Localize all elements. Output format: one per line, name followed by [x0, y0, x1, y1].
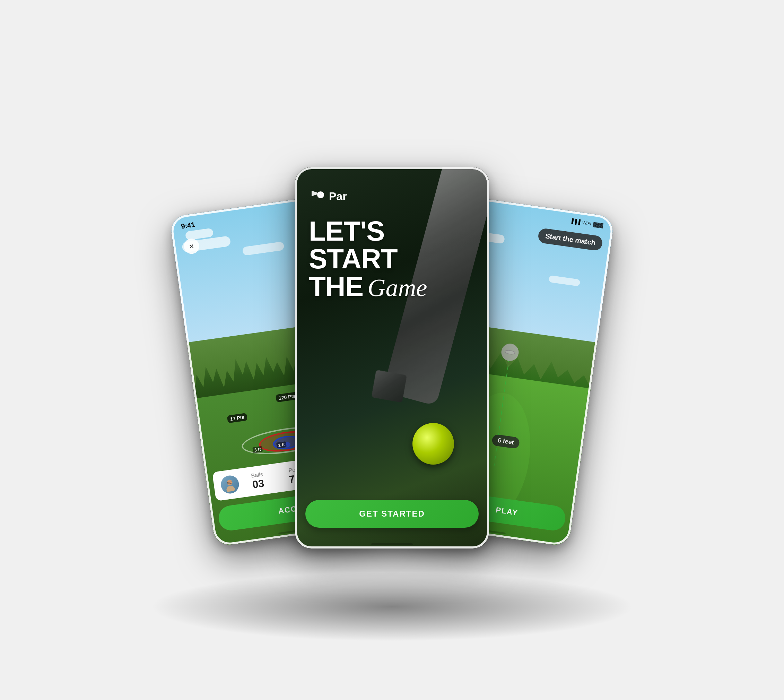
svg-point-5 — [226, 485, 235, 492]
balls-value: 03 — [251, 477, 265, 490]
stat-balls: Balls 03 — [251, 471, 265, 490]
get-started-label: GET STARTED — [359, 509, 425, 519]
avatar — [220, 474, 240, 495]
center-home-indicator — [371, 543, 413, 545]
headline-start: START — [309, 245, 475, 273]
svg-point-11 — [319, 194, 320, 195]
play-label: PLAY — [495, 505, 519, 517]
golf-ball-visual — [413, 423, 454, 465]
right-signal-icon: ▐▐▐ — [570, 218, 581, 225]
headline-game: Game — [367, 274, 427, 302]
ring-label-3ft: 3 ft — [252, 446, 263, 453]
headline-the: THE — [309, 271, 363, 302]
right-wifi-icon: WiFi — [582, 220, 592, 226]
headline-lets: LET'S — [309, 217, 475, 245]
flag-circle — [500, 343, 519, 362]
center-headline: LET'S START THE Game — [309, 217, 475, 301]
center-phone: Par LET'S START THE Game GET STARTED — [295, 167, 489, 548]
svg-point-12 — [321, 193, 322, 194]
close-icon: × — [189, 242, 194, 250]
app-logo: Par — [309, 188, 347, 205]
get-started-button[interactable]: GET STARTED — [305, 500, 479, 528]
ring-label-1ft: 1 ft — [276, 441, 286, 448]
left-time: 9:41 — [181, 220, 195, 230]
scene: 9:41 ▐▐▐ ▓▓▓▓ × 59 — [80, 38, 704, 662]
feet-label: 6 feet — [498, 437, 514, 445]
svg-point-13 — [320, 195, 321, 196]
logo-text: Par — [329, 190, 347, 203]
right-battery-icon: ▓▓▓ — [593, 221, 603, 228]
hole-flag — [500, 343, 519, 362]
par-logo-icon — [309, 188, 326, 205]
